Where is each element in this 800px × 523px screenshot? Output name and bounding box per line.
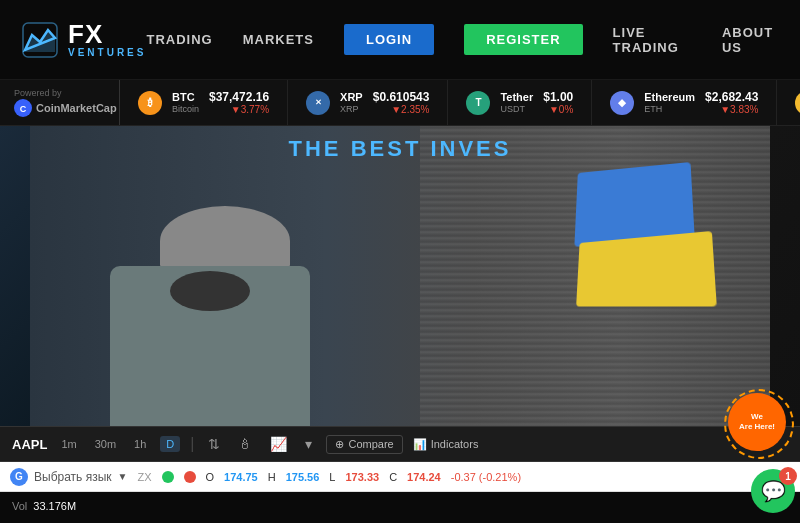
hero-section: THE BEST INVES [0,126,800,426]
btc-icon: ₿ [138,91,162,115]
ticker-xrp: ✕ XRP XRP $0.610543 ▼2.35% [288,80,448,125]
xrp-price-block: $0.610543 ▼2.35% [373,90,430,115]
ohlc-low-val: 173.33 [345,471,379,483]
we-are-here-badge: WeAre Here! [728,393,798,463]
chart-candle-icon[interactable]: 🕯 [234,434,256,454]
xrp-change: ▼2.35% [373,104,430,115]
ohlc-close-val: 174.24 [407,471,441,483]
ticker-usdt: T Tether USDT $1.00 ▼0% [448,80,592,125]
compare-button[interactable]: ⊕ Compare [326,435,402,454]
eth-change: ▼3.83% [705,104,758,115]
we-are-here-circle: WeAre Here! [728,393,786,451]
xrp-price: $0.610543 [373,90,430,104]
chart-line-icon[interactable]: 📈 [266,434,291,454]
chart-tf-30m[interactable]: 30m [91,436,120,452]
nav-markets[interactable]: MARKETS [243,32,314,47]
ohlc-close-label: C [389,471,397,483]
ohlc-open-val: 174.75 [224,471,258,483]
google-g-icon: G [10,468,28,486]
usdt-icon: T [466,91,490,115]
btc-change: ▼3.77% [209,104,269,115]
xrp-name: XRP [340,91,363,104]
svg-text:C: C [20,104,27,114]
ohlc-change: -0.37 (-0.21%) [451,471,521,483]
chat-button[interactable]: 💬 1 [751,469,795,513]
chart-tf-1m[interactable]: 1m [57,436,80,452]
logo-fx-text: FX [68,21,146,47]
powered-by: Powered by C CoinMarketCap [0,80,120,125]
ticker-bnb: B BNB BNB [777,80,800,125]
usdt-price: $1.00 [543,90,573,104]
tf-separator: | [190,435,194,453]
eth-info: Ethereum ETH [644,91,695,114]
compare-plus-icon: ⊕ [335,438,344,451]
usdt-subname: USDT [500,104,533,114]
eth-name: Ethereum [644,91,695,104]
chart-tf-1h[interactable]: 1h [130,436,150,452]
vol-label: Vol [12,500,27,512]
vol-value: 33.176M [33,500,76,512]
chart-more-icon[interactable]: ▾ [301,434,316,454]
usdt-info: Tether USDT [500,91,533,114]
nav-about-us[interactable]: ABOUT US [722,25,780,55]
chart-type-icon[interactable]: ⇅ [204,434,224,454]
eth-price-block: $2,682.43 ▼3.83% [705,90,758,115]
login-button[interactable]: LOGIN [344,24,434,55]
vol-bar: Vol 33.176M [0,492,800,520]
translate-arrow-icon: ▼ [118,471,128,482]
logo: FX VENTURES [20,20,146,60]
xrp-subname: XRP [340,104,363,114]
hero-scene [30,126,770,426]
cmc-name: CoinMarketCap [36,102,117,114]
btc-info: BTC Bitcoin [172,91,199,114]
eth-icon: ◆ [610,91,634,115]
we-are-here-section: WeAre Here! [728,393,798,463]
hero-title: THE BEST INVES [0,136,800,162]
chart-toolbar: AAPL 1m 30m 1h D | ⇅ 🕯 📈 ▾ ⊕ Compare 📊 I… [0,426,800,462]
status-dot-green: • [162,471,174,483]
header: FX VENTURES TRADING MARKETS LOGIN REGIST… [0,0,800,80]
xrp-info: XRP XRP [340,91,363,114]
ticker-btc: ₿ BTC Bitcoin $37,472.16 ▼3.77% [120,80,288,125]
chat-badge: 1 [779,467,797,485]
usdt-price-block: $1.00 ▼0% [543,90,573,115]
bnb-icon: B [795,91,800,115]
eth-price: $2,682.43 [705,90,758,104]
register-button[interactable]: REGISTER [464,24,582,55]
eth-subname: ETH [644,104,695,114]
btc-name: BTC [172,91,199,104]
ticker-symbol-aapl: ZX [137,471,151,483]
nav: TRADING MARKETS LOGIN REGISTER LIVE TRAD… [146,24,780,55]
powered-by-label: Powered by [14,88,117,98]
logo-ventures-text: VENTURES [68,47,146,58]
indicators-label: Indicators [431,438,479,450]
chart-tf-d[interactable]: D [160,436,180,452]
logo-text: FX VENTURES [68,21,146,58]
worker-mask [170,271,250,311]
usdt-name: Tether [500,91,533,104]
xrp-icon: ✕ [306,91,330,115]
indicators-icon: 📊 [413,438,427,451]
google-translate: G Выбрать язык ▼ [10,468,127,486]
g-letter: G [15,471,23,482]
btc-price: $37,472.16 [209,90,269,104]
ticker-bar: Powered by C CoinMarketCap ₿ BTC Bitcoin… [0,80,800,126]
logo-icon [20,20,60,60]
coinmarketcap-icon: C [14,99,32,117]
ticker-eth: ◆ Ethereum ETH $2,682.43 ▼3.83% [592,80,777,125]
btc-subname: Bitcoin [172,104,199,114]
worker-background [30,126,770,426]
compare-label: Compare [348,438,393,450]
translate-bar: G Выбрать язык ▼ ZX • • O 174.75 H 175.5… [0,462,800,492]
box-yellow [576,231,717,307]
nav-live-trading[interactable]: LIVE TRADING [613,25,692,55]
btc-price-block: $37,472.16 ▼3.77% [209,90,269,115]
ohlc-high-val: 175.56 [286,471,320,483]
indicators-button[interactable]: 📊 Indicators [413,438,479,451]
translate-label: Выбрать язык [34,470,112,484]
ohlc-high-label: H [268,471,276,483]
chart-symbol: AAPL [12,437,47,452]
nav-trading[interactable]: TRADING [146,32,212,47]
ohlc-low-label: L [329,471,335,483]
usdt-change: ▼0% [543,104,573,115]
